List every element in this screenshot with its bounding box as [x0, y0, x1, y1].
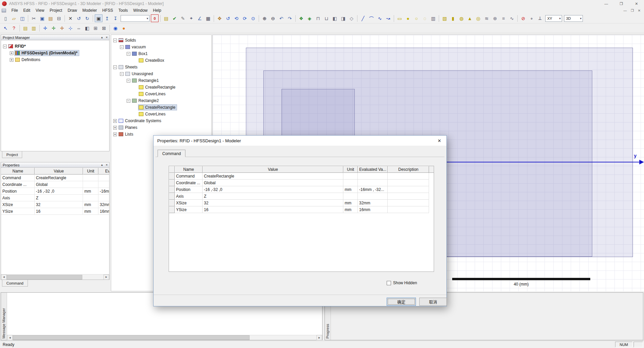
- expander-minus-icon[interactable]: −: [3, 45, 7, 48]
- zoom-to-icon[interactable]: ⌖: [187, 14, 195, 22]
- cell[interactable]: Z: [203, 193, 343, 200]
- fit-all-icon[interactable]: ❖: [297, 14, 305, 22]
- draw-sweep-icon[interactable]: ≡: [500, 14, 507, 22]
- expander-plus-icon[interactable]: +: [10, 51, 13, 55]
- duplicate-array-icon[interactable]: ⊞: [92, 24, 99, 32]
- row-header[interactable]: [169, 186, 175, 193]
- orient-left-icon[interactable]: ◧: [331, 14, 339, 22]
- measure-icon[interactable]: ∠: [196, 14, 204, 22]
- tree-item-box1[interactable]: −Box1: [111, 50, 151, 57]
- row-header[interactable]: [169, 200, 175, 206]
- cell[interactable]: Z: [35, 195, 83, 201]
- expander-minus-icon[interactable]: −: [127, 52, 130, 56]
- collapse-panel-button[interactable]: ▲: [100, 36, 103, 39]
- cell[interactable]: [388, 186, 429, 193]
- dialog-close-button[interactable]: ✕: [432, 136, 446, 146]
- column-header-description[interactable]: Description: [388, 166, 429, 173]
- column-header-unit[interactable]: Unit: [343, 166, 358, 173]
- expander-minus-icon[interactable]: −: [113, 65, 117, 69]
- cell[interactable]: Coordinate ...: [1, 181, 35, 188]
- cell[interactable]: [388, 173, 429, 180]
- print-icon[interactable]: ⊟: [55, 14, 63, 22]
- draw-spline-icon[interactable]: ∿: [376, 14, 384, 22]
- delete-icon[interactable]: ✕: [67, 14, 74, 22]
- tree-item-coverlines[interactable]: CoverLines: [111, 111, 169, 117]
- menu-help[interactable]: Help: [150, 8, 164, 13]
- draw-circle-icon[interactable]: ●: [404, 14, 412, 22]
- horizontal-scrollbar[interactable]: ◄ ►: [1, 274, 109, 280]
- menu-tools[interactable]: Tools: [116, 8, 131, 13]
- cell[interactable]: 32mm: [98, 201, 110, 208]
- cell[interactable]: Command: [1, 175, 35, 181]
- snapshot-icon[interactable]: ▦: [204, 14, 212, 22]
- cell[interactable]: [358, 173, 388, 180]
- cell[interactable]: Command: [175, 173, 203, 180]
- cell[interactable]: YSize: [175, 206, 203, 213]
- cell[interactable]: [343, 193, 358, 200]
- cell[interactable]: -16mm , -32...: [358, 186, 388, 193]
- close-panel-button[interactable]: ✕: [105, 163, 108, 166]
- tree-item-coverlines[interactable]: CoverLines: [111, 91, 169, 97]
- show-hidden-checkbox[interactable]: [387, 281, 391, 285]
- cell[interactable]: [343, 173, 358, 180]
- scrollbar-track[interactable]: [13, 335, 316, 340]
- expander-minus-icon[interactable]: −: [113, 39, 117, 42]
- menu-project[interactable]: Project: [47, 8, 65, 13]
- tree-item-hfssdesign1-drivenmodal[interactable]: +HFSSDesign1 (DrivenModal)*: [1, 50, 81, 56]
- rotate-current-axis-icon[interactable]: ⟲: [232, 14, 240, 22]
- mdi-close-button[interactable]: ✕: [638, 9, 641, 12]
- cell[interactable]: mm: [343, 206, 358, 213]
- cell[interactable]: Axis: [1, 195, 35, 201]
- mdi-restore-button[interactable]: ❐: [631, 9, 634, 12]
- expander-plus-icon[interactable]: +: [113, 126, 117, 130]
- validate-icon[interactable]: ✔: [171, 14, 178, 22]
- cell[interactable]: XSize: [175, 200, 203, 206]
- expander-plus-icon[interactable]: +: [10, 58, 13, 62]
- menu-file[interactable]: File: [9, 8, 20, 13]
- save-file-icon[interactable]: ◫: [18, 14, 26, 22]
- draw-ellipse-icon[interactable]: ○: [413, 14, 420, 22]
- cell[interactable]: [98, 175, 110, 181]
- drawing-plane-combo[interactable]: XY▾: [545, 15, 562, 22]
- tree-item-solids[interactable]: −Solids: [111, 37, 139, 44]
- duplicate-rotate-icon[interactable]: ⊠: [100, 24, 108, 32]
- create-point-icon[interactable]: ∘: [528, 14, 535, 22]
- menu-view[interactable]: View: [33, 8, 47, 13]
- cell[interactable]: 32mm: [358, 200, 388, 206]
- analyze-icon[interactable]: ●: [120, 24, 128, 32]
- column-header-name[interactable]: Name: [1, 168, 35, 175]
- draw-box-icon[interactable]: ▧: [441, 14, 448, 22]
- scrollbar-thumb[interactable]: [7, 275, 82, 280]
- minimize-button[interactable]: —: [599, 0, 614, 7]
- row-header[interactable]: [169, 180, 175, 186]
- menu-draw[interactable]: Draw: [65, 8, 80, 13]
- cell[interactable]: 16: [203, 206, 343, 213]
- tree-item-definitions[interactable]: +Definitions: [1, 56, 44, 63]
- cell[interactable]: CreateRectangle: [203, 173, 343, 180]
- tab-project[interactable]: Project: [2, 151, 22, 158]
- cell[interactable]: [388, 193, 429, 200]
- tree-item-rectangle2[interactable]: −Rectangle2: [111, 97, 162, 104]
- show-hidden-option[interactable]: Show Hidden: [387, 281, 417, 285]
- close-button[interactable]: ✕: [629, 0, 644, 7]
- edit-notes-icon[interactable]: ✎: [179, 14, 187, 22]
- offset-icon[interactable]: ⊹: [67, 24, 74, 32]
- pan-icon[interactable]: ✥: [216, 14, 223, 22]
- tree-item-rfid[interactable]: −RFID*: [1, 43, 29, 50]
- cell[interactable]: Axis: [175, 193, 203, 200]
- cell[interactable]: mm: [83, 201, 98, 208]
- tree-item-lists[interactable]: +Lists: [111, 131, 137, 138]
- cell[interactable]: Position: [1, 188, 35, 195]
- align-icon[interactable]: ◧: [83, 24, 91, 32]
- cell[interactable]: 16: [35, 208, 83, 215]
- cell[interactable]: [83, 175, 98, 181]
- column-header-unit[interactable]: Unit: [83, 168, 98, 175]
- scroll-left-button[interactable]: ◄: [7, 335, 13, 340]
- view-mode-combo[interactable]: 3D▾: [564, 15, 583, 22]
- cell[interactable]: [388, 206, 429, 213]
- create-plane-icon[interactable]: ⟂: [536, 14, 544, 22]
- scrollbar-thumb[interactable]: [13, 335, 250, 340]
- cell[interactable]: [358, 193, 388, 200]
- rotate-icon[interactable]: ✛: [50, 24, 57, 32]
- cell[interactable]: mm: [83, 208, 98, 215]
